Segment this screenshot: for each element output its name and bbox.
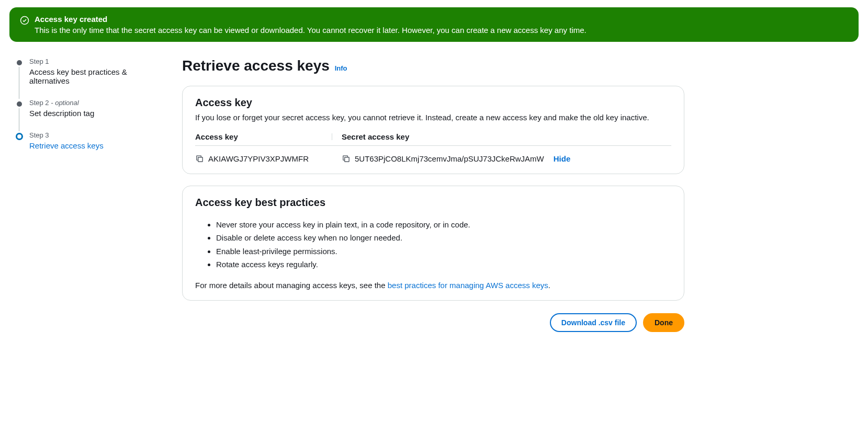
wizard-step-2[interactable]: Step 2 - optional Set description tag <box>17 99 161 118</box>
step-number: Step 3 <box>29 131 49 139</box>
step-number: Step 2 <box>29 99 49 107</box>
step-title: Retrieve access keys <box>29 141 161 150</box>
best-practices-list: Never store your access key in plain tex… <box>216 218 671 271</box>
list-item: Never store your access key in plain tex… <box>216 218 671 232</box>
best-practices-footer: For more details about managing access k… <box>195 281 671 290</box>
copy-access-key-icon[interactable] <box>195 154 204 163</box>
best-practices-panel: Access key best practices Never store yo… <box>182 186 684 301</box>
secret-key-label: Secret access key <box>342 132 671 141</box>
download-csv-button[interactable]: Download .csv file <box>550 313 637 332</box>
action-bar: Download .csv file Done <box>182 313 684 332</box>
copy-secret-key-icon[interactable] <box>342 154 351 163</box>
main-content: Retrieve access keys Info Access key If … <box>182 58 684 332</box>
done-button[interactable]: Done <box>643 313 684 332</box>
wizard-step-3[interactable]: Step 3 Retrieve access keys <box>17 131 161 150</box>
banner-message: This is the only time that the secret ac… <box>35 26 587 35</box>
info-link[interactable]: Info <box>335 64 347 72</box>
access-key-label: Access key <box>195 132 342 141</box>
list-item: Disable or delete access key when no lon… <box>216 231 671 245</box>
access-key-panel: Access key If you lose or forget your se… <box>182 86 684 174</box>
svg-point-0 <box>21 17 29 25</box>
page-title: Retrieve access keys <box>182 58 330 74</box>
success-check-icon <box>20 15 29 27</box>
access-key-description: If you lose or forget your secret access… <box>195 112 671 124</box>
secret-key-value: 5UT63PjCO8LKmj73cemvJma/pSUJ73JCkeRwJAmW <box>355 154 544 163</box>
svg-rect-2 <box>345 157 350 162</box>
wizard-nav: Step 1 Access key best practices & alter… <box>9 58 161 332</box>
access-key-heading: Access key <box>195 97 671 109</box>
best-practices-heading: Access key best practices <box>195 197 671 209</box>
access-key-value: AKIAWGJ7YPIV3XPJWMFR <box>208 154 309 163</box>
step-number: Step 1 <box>29 58 49 65</box>
svg-rect-1 <box>198 157 203 162</box>
list-item: Rotate access keys regularly. <box>216 258 671 271</box>
best-practices-docs-link[interactable]: best practices for managing AWS access k… <box>388 281 548 290</box>
hide-secret-toggle[interactable]: Hide <box>554 154 571 163</box>
step-title: Access key best practices & alternatives <box>29 67 161 85</box>
step-title: Set description tag <box>29 109 161 118</box>
success-banner: Access key created This is the only time… <box>9 7 859 42</box>
wizard-step-1[interactable]: Step 1 Access key best practices & alter… <box>17 58 161 85</box>
banner-title: Access key created <box>35 15 587 24</box>
list-item: Enable least-privilege permissions. <box>216 245 671 258</box>
